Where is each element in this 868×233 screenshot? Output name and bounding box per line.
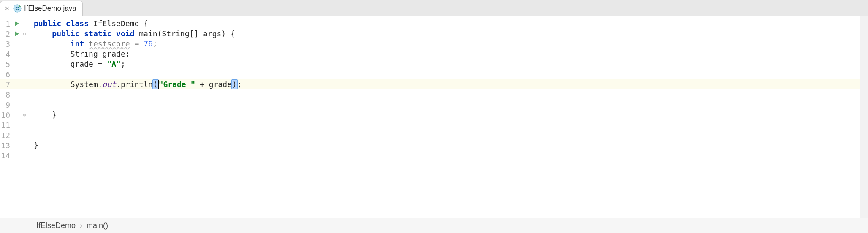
breadcrumb-item[interactable]: main()	[87, 221, 108, 230]
line-number: 14	[0, 151, 13, 160]
code-line[interactable]	[31, 69, 860, 79]
code-line[interactable]: grade = "A";	[31, 59, 860, 69]
code-line[interactable]: }	[31, 140, 860, 150]
chevron-right-icon: ›	[80, 221, 82, 230]
line-number: 5	[0, 60, 13, 69]
code-line[interactable]: public class IfElseDemo {	[31, 19, 860, 29]
code-line[interactable]: }	[31, 110, 860, 120]
line-number: 13	[0, 141, 13, 150]
line-number: 8	[0, 90, 13, 99]
code-line[interactable]	[31, 150, 860, 160]
line-number: 1	[0, 19, 13, 28]
line-number: 6	[0, 70, 13, 79]
line-number: 3	[0, 40, 13, 49]
line-number: 4	[0, 50, 13, 59]
code-line[interactable]	[31, 100, 860, 110]
tab-filename: IfElseDemo.java	[24, 4, 76, 13]
code-line[interactable]	[31, 130, 860, 140]
svg-text:C: C	[16, 6, 19, 11]
editor-tab-bar: ✕ C IfElseDemo.java	[0, 0, 868, 16]
close-icon[interactable]: ✕	[4, 5, 11, 12]
java-class-icon: C	[13, 4, 22, 13]
code-line[interactable]: public static void main(String[] args) {	[31, 29, 860, 39]
fold-open-icon[interactable]: ⊖	[21, 31, 28, 37]
run-icon[interactable]	[15, 31, 19, 36]
marker-stripe	[860, 16, 868, 218]
breadcrumb-item[interactable]: IfElseDemo	[36, 221, 76, 230]
run-icon[interactable]	[15, 21, 19, 26]
line-number: 7	[0, 80, 13, 89]
code-area[interactable]: public class IfElseDemo { public static …	[31, 16, 860, 218]
code-line[interactable]: String grade;	[31, 49, 860, 59]
code-line[interactable]: int testscore = 76;	[31, 39, 860, 49]
line-number: 2	[0, 30, 13, 38]
editor-tab[interactable]: ✕ C IfElseDemo.java	[0, 1, 83, 16]
line-number: 11	[0, 121, 13, 130]
line-number: 12	[0, 131, 13, 140]
line-number: 9	[0, 100, 13, 109]
editor: 12⊖345678910⊕11121314 public class IfEls…	[0, 16, 868, 218]
breadcrumb: IfElseDemo › main()	[0, 218, 868, 233]
code-line[interactable]	[31, 89, 860, 100]
line-gutter[interactable]: 12⊖345678910⊕11121314	[0, 16, 31, 218]
line-number: 10	[0, 111, 13, 119]
code-line[interactable]	[31, 120, 860, 130]
code-line[interactable]: System.out.println("Grade " + grade);	[31, 79, 860, 89]
fold-close-icon[interactable]: ⊕	[21, 112, 28, 118]
